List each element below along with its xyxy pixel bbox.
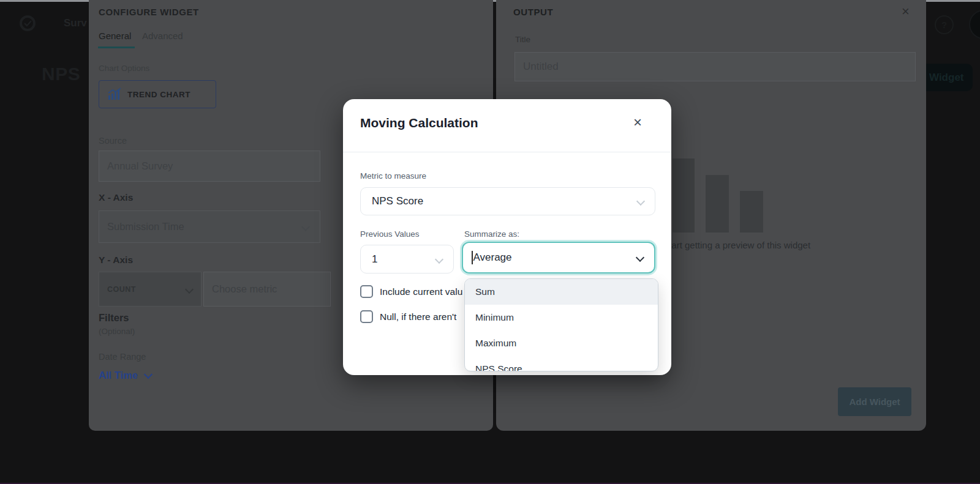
widget-title-label: Title [515, 35, 530, 44]
include-current-value-checkbox[interactable] [360, 285, 373, 298]
y-axis-metric-input[interactable]: Choose metric [203, 272, 331, 307]
modal-header-divider [343, 152, 671, 152]
dropdown-option-nps-score[interactable]: NPS Score [465, 356, 658, 371]
placeholder-bar [706, 175, 729, 233]
summarize-options-dropdown: Sum Minimum Maximum NPS Score [464, 278, 658, 371]
modal-close-icon[interactable]: × [633, 115, 642, 130]
filters-optional-label: (Optional) [99, 327, 135, 336]
filters-label: Filters [99, 312, 129, 324]
x-axis-label: X - Axis [99, 192, 133, 203]
output-title: OUTPUT [513, 7, 553, 17]
null-if-not-enough-checkbox[interactable] [360, 310, 373, 323]
summarize-as-value: Average [473, 251, 512, 264]
background-widget-button[interactable]: Widget [926, 64, 973, 91]
add-widget-button[interactable]: Add Widget [838, 387, 911, 416]
x-axis-value: Submission Time [107, 221, 184, 233]
date-range-label: Date Range [99, 352, 146, 362]
date-range-select[interactable]: All Time [99, 370, 151, 381]
chevron-down-icon [301, 222, 310, 231]
chevron-down-icon [144, 370, 153, 379]
page-title: NPS [42, 64, 80, 84]
brand-logo-icon [18, 14, 37, 32]
chart-options-label: Chart Options [99, 64, 149, 73]
widget-title-input[interactable]: Untitled [514, 52, 916, 81]
y-axis-label: Y - Axis [99, 255, 133, 266]
y-axis-aggregation-select[interactable]: COUNT [99, 272, 202, 307]
metric-to-measure-value: NPS Score [372, 195, 423, 207]
summarize-as-label: Summarize as: [464, 229, 519, 239]
dropdown-option-sum[interactable]: Sum [465, 279, 658, 305]
avatar[interactable] [969, 10, 980, 39]
x-axis-select[interactable]: Submission Time [99, 210, 320, 243]
metric-to-measure-label: Metric to measure [360, 171, 426, 181]
help-icon[interactable]: ? [935, 15, 954, 34]
app-root: Surv NPS Widget ? CONFIGURE WIDGET Gener… [0, 0, 980, 484]
brand-name: Surv [64, 17, 89, 29]
chevron-down-icon [185, 285, 194, 293]
trend-chart-button[interactable]: TREND CHART [99, 80, 216, 108]
trend-chart-label: TREND CHART [127, 90, 190, 99]
chevron-down-icon [435, 255, 443, 263]
modal-title: Moving Calculation [360, 116, 478, 130]
include-current-value-label: Include current valu [380, 286, 462, 297]
y-axis-aggregation-value: COUNT [107, 285, 136, 294]
chevron-down-icon [636, 253, 644, 262]
trend-chart-icon [108, 88, 121, 100]
text-cursor [472, 251, 473, 264]
previous-values-label: Previous Values [360, 229, 420, 239]
placeholder-bar [740, 191, 763, 233]
output-close-icon[interactable]: × [902, 5, 910, 18]
dropdown-option-maximum[interactable]: Maximum [465, 330, 658, 356]
configure-widget-title: CONFIGURE WIDGET [99, 7, 199, 17]
metric-to-measure-select[interactable]: NPS Score [360, 187, 655, 215]
source-label: Source [99, 136, 127, 146]
tab-advanced[interactable]: Advanced [142, 31, 183, 41]
previous-values-value: 1 [372, 253, 377, 266]
active-tab-underline [98, 47, 135, 48]
date-range-value: All Time [99, 370, 138, 381]
tab-general[interactable]: General [99, 31, 131, 41]
placeholder-bar [673, 158, 695, 233]
dropdown-option-minimum[interactable]: Minimum [465, 305, 658, 330]
chevron-down-icon [636, 197, 645, 206]
null-if-not-enough-label: Null, if there aren't [380, 311, 456, 322]
source-select[interactable]: Annual Survey [99, 151, 320, 182]
previous-values-select[interactable]: 1 [360, 245, 454, 274]
summarize-as-select[interactable]: Average [462, 242, 655, 274]
moving-calculation-modal: Moving Calculation × Metric to measure N… [343, 99, 671, 375]
preview-hint-text: to start getting a preview of this widge… [654, 240, 810, 250]
